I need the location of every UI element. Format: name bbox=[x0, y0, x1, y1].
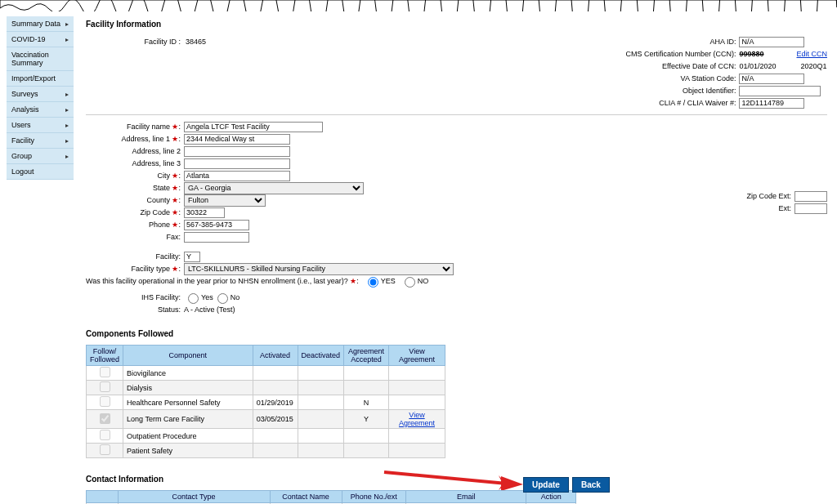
addr3-label: Address, line 3 bbox=[86, 159, 184, 167]
components-header: Deactivated bbox=[298, 346, 344, 366]
chevron-right-icon: ▸ bbox=[65, 91, 69, 98]
chevron-right-icon: ▸ bbox=[65, 122, 69, 129]
va-label: VA Station Code: bbox=[596, 74, 739, 83]
components-cell bbox=[253, 444, 298, 458]
components-cell bbox=[388, 429, 445, 444]
components-cell: N bbox=[344, 395, 389, 410]
component-checkbox[interactable] bbox=[100, 381, 110, 392]
sidebar-item-label: Import/Export bbox=[11, 74, 56, 83]
page-title: Facility Information bbox=[86, 20, 827, 29]
zip-input[interactable] bbox=[184, 207, 225, 218]
operational-yes-radio[interactable] bbox=[368, 277, 378, 288]
va-input[interactable] bbox=[739, 74, 804, 84]
chevron-right-icon: ▸ bbox=[65, 20, 69, 28]
phone-input[interactable] bbox=[184, 220, 249, 230]
components-cell bbox=[253, 366, 298, 381]
component-checkbox[interactable] bbox=[100, 430, 110, 440]
components-header: Follow/Followed bbox=[87, 346, 123, 366]
components-cell bbox=[344, 444, 389, 458]
facility-id-block: Facility ID : 38465 bbox=[86, 35, 206, 109]
right-info-block: AHA ID: CMS Certification Number (CCN):9… bbox=[596, 35, 827, 109]
sidebar-item-facility[interactable]: Facility▸ bbox=[7, 133, 74, 149]
view-agreement-link[interactable]: View Agreement bbox=[399, 411, 435, 427]
components-header: Component bbox=[123, 346, 253, 366]
components-row: Patient Safety bbox=[87, 444, 445, 458]
contacts-title: Contact Information bbox=[86, 475, 827, 484]
component-checkbox[interactable] bbox=[100, 396, 110, 407]
eff-extra: 2020Q1 bbox=[800, 62, 826, 70]
sidebar-item-users[interactable]: Users▸ bbox=[7, 118, 74, 133]
components-row: Biovigilance bbox=[87, 366, 445, 381]
components-row: Long Term Care Facility03/05/2015YView A… bbox=[87, 410, 445, 429]
sidebar: Summary Data▸COVID-19▸Vaccination Summar… bbox=[7, 16, 74, 180]
components-cell: Outpatient Procedure bbox=[123, 429, 253, 444]
back-button[interactable]: Back bbox=[572, 477, 610, 493]
ihs-no-radio[interactable] bbox=[217, 293, 228, 304]
sidebar-item-summary-data[interactable]: Summary Data▸ bbox=[7, 16, 74, 32]
ihs-yes-radio[interactable] bbox=[188, 293, 199, 304]
components-cell: View Agreement bbox=[388, 410, 445, 429]
components-row: Healthcare Personnel Safety01/29/2019N bbox=[87, 395, 445, 410]
facility-id-value: 38465 bbox=[184, 38, 206, 46]
edit-ccn-link[interactable]: Edit CCN bbox=[796, 50, 827, 58]
fax-input[interactable] bbox=[184, 232, 249, 243]
city-label: City bbox=[157, 172, 170, 180]
ccn-value: 999880 bbox=[739, 50, 763, 58]
clia-input[interactable] bbox=[739, 98, 804, 109]
sidebar-item-covid-19[interactable]: COVID-19▸ bbox=[7, 32, 74, 47]
state-label: State bbox=[153, 184, 170, 192]
county-label: County bbox=[146, 196, 170, 204]
components-cell bbox=[344, 366, 389, 381]
sidebar-item-label: Logout bbox=[11, 167, 34, 176]
sidebar-item-surveys[interactable]: Surveys▸ bbox=[7, 87, 74, 102]
addr3-input[interactable] bbox=[184, 158, 290, 169]
facilityfield-input[interactable] bbox=[184, 252, 200, 262]
state-select[interactable]: GA - Georgia bbox=[184, 182, 364, 194]
facility-form-block: Facility name ★: Address, line 1 ★: Addr… bbox=[86, 120, 827, 316]
ihs-no-label: No bbox=[231, 293, 240, 301]
zip-label: Zip Code bbox=[140, 208, 170, 216]
ext-label: Ext: bbox=[651, 204, 794, 212]
contacts-header: Email bbox=[406, 491, 526, 503]
eff-label: Effective Date of CCN: bbox=[596, 62, 739, 70]
addr1-label: Address, line 1 bbox=[121, 135, 170, 143]
sidebar-item-label: Summary Data bbox=[11, 20, 60, 28]
chevron-right-icon: ▸ bbox=[65, 106, 69, 114]
component-checkbox[interactable] bbox=[100, 413, 110, 424]
components-cell bbox=[298, 444, 344, 458]
components-cell: Y bbox=[344, 410, 389, 429]
update-button[interactable]: Update bbox=[523, 477, 569, 493]
components-cell bbox=[253, 381, 298, 395]
sidebar-item-vaccination-summary[interactable]: Vaccination Summary bbox=[7, 47, 74, 71]
components-cell: Dialysis bbox=[123, 381, 253, 395]
ccn-label: CMS Certification Number (CCN): bbox=[596, 50, 739, 58]
ext-input[interactable] bbox=[794, 203, 827, 214]
components-cell: Biovigilance bbox=[123, 366, 253, 381]
operational-label: Was this facility operational in the yea… bbox=[86, 277, 348, 285]
zipext-input[interactable] bbox=[794, 191, 827, 202]
aha-label: AHA ID: bbox=[596, 38, 739, 46]
components-header: Activated bbox=[253, 346, 298, 366]
county-select[interactable]: Fulton bbox=[184, 194, 266, 207]
component-checkbox[interactable] bbox=[100, 367, 110, 377]
sidebar-item-logout[interactable]: Logout bbox=[7, 164, 74, 180]
status-value: A - Active (Test) bbox=[184, 306, 235, 314]
facility-name-input[interactable] bbox=[184, 122, 323, 132]
sidebar-item-analysis[interactable]: Analysis▸ bbox=[7, 102, 74, 118]
sidebar-item-group[interactable]: Group▸ bbox=[7, 149, 74, 164]
components-cell: Long Term Care Facility bbox=[123, 410, 253, 429]
addr2-input[interactable] bbox=[184, 146, 290, 157]
addr1-input[interactable] bbox=[184, 134, 290, 145]
phone-label: Phone bbox=[149, 221, 170, 229]
city-input[interactable] bbox=[184, 171, 290, 181]
sidebar-item-import-export[interactable]: Import/Export bbox=[7, 71, 74, 87]
obj-input[interactable] bbox=[739, 86, 821, 96]
components-cell bbox=[253, 429, 298, 444]
factype-select[interactable]: LTC-SKILLNURS - Skilled Nursing Facility bbox=[184, 263, 454, 275]
components-cell: 03/05/2015 bbox=[253, 410, 298, 429]
component-checkbox[interactable] bbox=[100, 444, 110, 455]
aha-input[interactable] bbox=[739, 37, 804, 47]
clia-label: CLIA # / CLIA Waiver #: bbox=[596, 99, 739, 107]
components-header: View Agreement bbox=[388, 346, 445, 366]
operational-no-radio[interactable] bbox=[405, 277, 415, 288]
